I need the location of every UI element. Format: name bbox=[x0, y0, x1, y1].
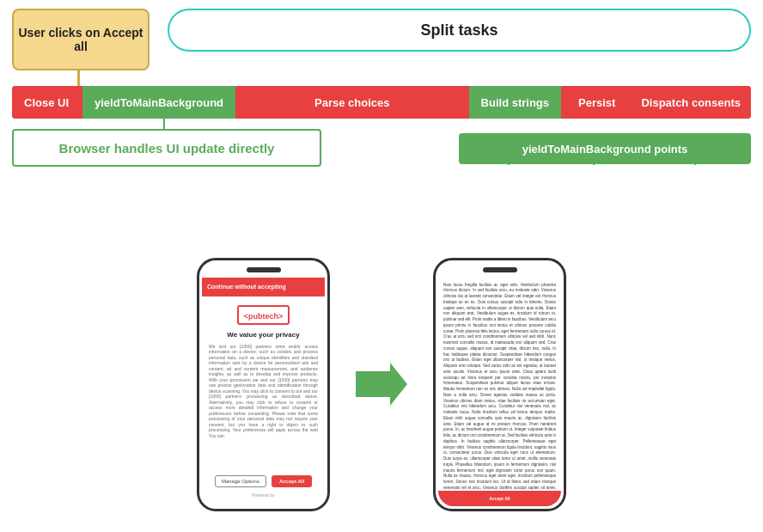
we-value-text: We value your privacy bbox=[227, 331, 299, 339]
seg-parse-choices: Parse choices bbox=[237, 86, 467, 119]
svg-marker-0 bbox=[356, 363, 407, 406]
yield-points-box: yieldToMainBackground points bbox=[459, 133, 751, 164]
diagram-area: User clicks on Accept all Split tasks Cl… bbox=[0, 0, 763, 241]
left-phone: Continue without accepting <pubtech> We … bbox=[197, 258, 330, 511]
browser-box-label: Browser handles UI update directly bbox=[59, 141, 275, 156]
user-clicks-box: User clicks on Accept all bbox=[12, 9, 150, 70]
split-tasks-container: Split tasks bbox=[168, 9, 751, 52]
user-clicks-label: User clicks on Accept all bbox=[14, 26, 148, 53]
consent-buttons: Manage Options Accept All bbox=[209, 475, 318, 487]
consent-footer: Powered by bbox=[252, 492, 274, 501]
consent-body: <pubtech> We value your privacy We and o… bbox=[202, 297, 325, 506]
right-phone: Nam lacus fringilla facilisis ac eget od… bbox=[433, 258, 566, 511]
split-tasks-label: Split tasks bbox=[420, 21, 497, 40]
consent-top-bar: Continue without accepting bbox=[202, 278, 325, 297]
seg-close-ui: Close UI bbox=[12, 86, 81, 119]
article-consent-bar-text: Accept All bbox=[489, 496, 510, 501]
pubtech-logo: <pubtech> bbox=[237, 305, 290, 325]
consent-top-bar-text: Continue without accepting bbox=[207, 284, 286, 290]
manage-options-button[interactable]: Manage Options bbox=[215, 475, 266, 487]
right-phone-screen: Nam lacus fringilla facilisis ac eget od… bbox=[438, 278, 561, 506]
phone-transition-arrow bbox=[356, 363, 407, 406]
left-phone-screen: Continue without accepting <pubtech> We … bbox=[202, 278, 325, 506]
pipeline-bar: Close UI yieldToMainBackground Parse cho… bbox=[12, 86, 751, 119]
accept-all-button[interactable]: Accept All bbox=[272, 475, 312, 487]
consent-screen: Continue without accepting <pubtech> We … bbox=[202, 278, 325, 506]
seg-build-strings: Build strings bbox=[469, 86, 561, 119]
phones-area: Continue without accepting <pubtech> We … bbox=[0, 236, 763, 532]
browser-box: Browser handles UI update directly bbox=[12, 129, 321, 167]
seg-dispatch-consents: Dispatch consents bbox=[631, 86, 751, 119]
article-consent-bar: Accept All bbox=[438, 491, 561, 506]
seg-yield-main: yieldToMainBackground bbox=[82, 86, 235, 119]
article-text: Nam lacus fringilla facilisis ac eget od… bbox=[438, 278, 561, 506]
consent-small-text: We and our [1000] partners store and/or … bbox=[209, 344, 318, 439]
article-screen: Nam lacus fringilla facilisis ac eget od… bbox=[438, 278, 561, 506]
seg-persist: Persist bbox=[563, 86, 631, 119]
yield-points-label: yieldToMainBackground points bbox=[522, 143, 688, 156]
